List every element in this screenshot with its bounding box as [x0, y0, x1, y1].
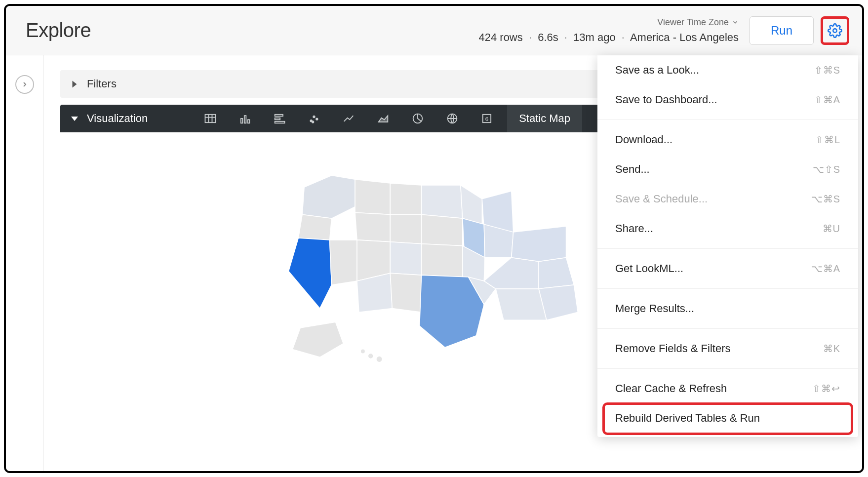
viz-active-tab[interactable]: Static Map [507, 105, 582, 132]
menu-item-shortcut: ⌘K [823, 343, 840, 355]
menu-item-label: Get LookML... [615, 262, 683, 275]
expand-sidebar-button[interactable] [15, 75, 34, 94]
menu-separator [597, 368, 858, 369]
menu-item[interactable]: Download...⇧⌘L [597, 125, 858, 155]
menu-item-label: Save as a Look... [615, 64, 699, 77]
left-rail [6, 55, 43, 471]
menu-item-shortcut: ⌥⌘A [811, 263, 840, 275]
query-timezone-location: America - Los Angeles [630, 31, 739, 43]
menu-item[interactable]: Send...⌥⇧S [597, 155, 858, 184]
gear-icon [828, 23, 842, 38]
svg-rect-7 [248, 119, 250, 123]
svg-point-0 [833, 29, 837, 33]
svg-point-19 [360, 349, 365, 354]
menu-item[interactable]: Rebuild Derived Tables & Run [597, 403, 858, 433]
menu-separator [597, 288, 858, 289]
menu-item-shortcut: ⇧⌘L [815, 134, 840, 146]
menu-item-shortcut: ⇧⌘S [814, 64, 840, 76]
menu-item[interactable]: Share...⌘U [597, 214, 858, 243]
svg-point-14 [312, 121, 314, 123]
menu-item-shortcut: ⌥⇧S [813, 163, 840, 175]
viz-type-switcher: 6 [193, 105, 504, 132]
menu-item-label: Save to Dashboard... [615, 93, 717, 106]
menu-item-label: Merge Results... [615, 302, 694, 315]
viz-table-icon[interactable] [193, 105, 228, 132]
menu-item-label: Share... [615, 222, 653, 235]
page-title: Explore [26, 19, 91, 41]
run-button[interactable]: Run [750, 16, 814, 45]
menu-item[interactable]: Clear Cache & Refresh⇧⌘↩ [597, 374, 858, 403]
menu-item[interactable]: Remove Fields & Filters⌘K [597, 334, 858, 363]
menu-item-label: Remove Fields & Filters [615, 342, 731, 355]
menu-item-label: Rebuild Derived Tables & Run [615, 412, 760, 425]
timezone-dropdown[interactable]: Viewer Time Zone [657, 16, 729, 29]
caret-right-icon [73, 80, 77, 87]
svg-point-13 [316, 118, 318, 120]
row-count: 424 rows [478, 31, 522, 43]
menu-item-shortcut: ⌘U [823, 223, 840, 235]
viz-map-icon[interactable] [435, 105, 470, 132]
svg-point-12 [313, 116, 315, 118]
menu-item: Save & Schedule...⌥⌘S [597, 184, 858, 214]
viz-bar-icon[interactable] [262, 105, 297, 132]
svg-point-21 [376, 356, 383, 362]
menu-separator [597, 119, 858, 120]
menu-item-shortcut: ⇧⌘↩ [812, 383, 840, 395]
settings-dropdown-menu: Save as a Look...⇧⌘SSave to Dashboard...… [597, 55, 858, 437]
svg-rect-1 [205, 115, 216, 122]
menu-item-label: Download... [615, 133, 672, 146]
menu-item-label: Save & Schedule... [615, 193, 708, 205]
settings-gear-button[interactable] [821, 16, 849, 45]
us-choropleth-map [265, 140, 640, 375]
caret-down-icon [71, 117, 78, 121]
menu-item[interactable]: Save as a Look...⇧⌘S [597, 55, 858, 85]
chevron-down-icon [732, 19, 739, 26]
menu-item-label: Send... [615, 163, 650, 176]
menu-separator [597, 248, 858, 249]
menu-item-shortcut: ⇧⌘A [814, 94, 840, 106]
svg-rect-5 [241, 119, 243, 123]
query-status: Viewer Time Zone 424 rows · 6.6s · 13m a… [478, 16, 739, 45]
svg-rect-8 [275, 115, 283, 117]
viz-single-value-icon[interactable]: 6 [470, 105, 504, 132]
filters-label: Filters [87, 78, 117, 90]
viz-area-icon[interactable] [366, 105, 400, 132]
query-duration: 6.6s [538, 31, 558, 43]
svg-point-20 [368, 353, 373, 358]
viz-scatter-icon[interactable] [297, 105, 331, 132]
viz-column-icon[interactable] [228, 105, 262, 132]
menu-item[interactable]: Save to Dashboard...⇧⌘A [597, 85, 858, 115]
svg-rect-6 [244, 116, 246, 123]
menu-item[interactable]: Merge Results... [597, 294, 858, 323]
svg-rect-10 [275, 121, 285, 123]
menu-item[interactable]: Get LookML...⌥⌘A [597, 254, 858, 283]
svg-rect-9 [275, 118, 280, 120]
query-age: 13m ago [573, 31, 616, 43]
menu-separator [597, 328, 858, 329]
chevron-right-icon [21, 80, 29, 88]
viz-line-icon[interactable] [331, 105, 366, 132]
menu-item-shortcut: ⌥⌘S [811, 193, 840, 205]
viz-pie-icon[interactable] [400, 105, 435, 132]
menu-item-label: Clear Cache & Refresh [615, 382, 727, 395]
header-bar: Explore Viewer Time Zone 424 rows · 6.6s… [6, 6, 862, 55]
svg-text:6: 6 [485, 116, 488, 122]
visualization-section-toggle[interactable]: Visualization [60, 112, 158, 125]
visualization-label: Visualization [87, 112, 148, 125]
